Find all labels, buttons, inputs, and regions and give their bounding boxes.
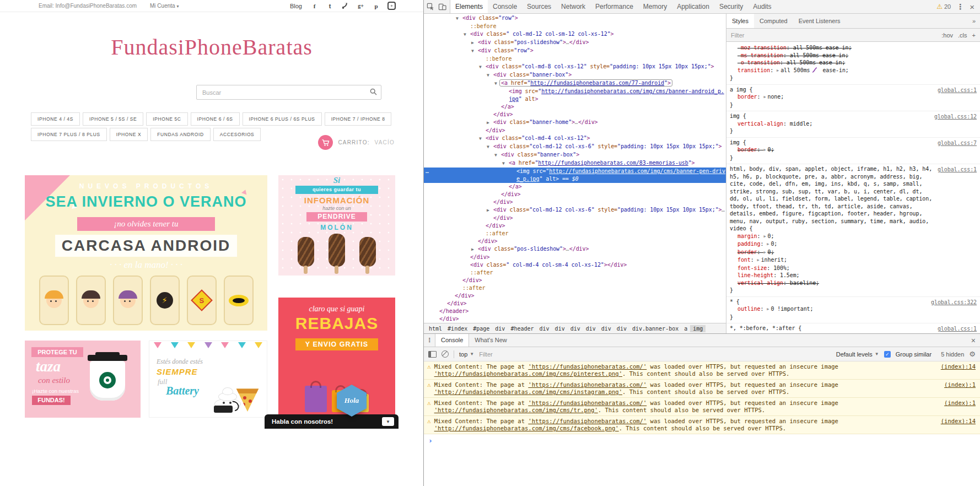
styles-tab-computed[interactable]: Computed	[754, 14, 793, 28]
css-file-link[interactable]: global.css:322	[931, 299, 977, 306]
css-property[interactable]: -o-transition: all 500ms ease-in;	[730, 59, 977, 67]
bezier-swatch-icon[interactable]	[812, 67, 817, 73]
css-file-link[interactable]: global.css:1	[938, 87, 977, 94]
console-sidebar-icon[interactable]	[428, 351, 437, 358]
nav-item-iphone-4-4s[interactable]: IPHONE 4 / 4S	[31, 112, 80, 126]
console-link[interactable]: 'https://fundasiphonebaratas.com/'	[528, 381, 647, 388]
dom-node[interactable]: </a>	[424, 183, 726, 191]
twitter-icon[interactable]	[326, 2, 334, 10]
search-input[interactable]	[196, 85, 381, 100]
dom-node[interactable]: ▼<a href="http://fundasiphonebaratas.com…	[424, 159, 726, 168]
dom-node[interactable]: ▼<div class="col-md-4 col-xs-12">	[424, 134, 726, 143]
breadcrumb-item[interactable]: #index	[445, 325, 470, 332]
dom-node[interactable]: </div>	[424, 111, 726, 118]
expanded-arrow-icon[interactable]: ▼	[502, 160, 509, 168]
expand-shorthand-icon[interactable]: ▶	[777, 67, 779, 75]
css-property[interactable]: -moz-transition: all 500ms ease-in;	[730, 44, 977, 52]
console-link[interactable]: 'https://fundasiphonebaratas.com/'	[528, 363, 647, 370]
css-selector[interactable]: *, *:before, *:after	[730, 325, 795, 331]
breadcrumb-item[interactable]: div.banner-box	[629, 325, 681, 332]
expand-shorthand-icon[interactable]: ▶	[763, 249, 766, 257]
breadcrumb-item[interactable]: div	[568, 325, 583, 332]
breadcrumb-item[interactable]: div	[614, 325, 629, 332]
dom-node[interactable]: ▼<div class="row">	[424, 14, 726, 23]
warnings-badge[interactable]: ⚠20	[936, 3, 951, 10]
collapsed-arrow-icon[interactable]: ▶	[471, 246, 478, 253]
collapsed-arrow-icon[interactable]: ▶	[487, 119, 493, 127]
console-source-link[interactable]: (index):14	[941, 363, 976, 370]
dom-node[interactable]: </div>	[424, 292, 726, 300]
toggle-class-button[interactable]: .cls	[958, 32, 967, 39]
dom-node[interactable]: ▼<div class=" col-md-12 col-sm-12 col-xs…	[424, 30, 726, 39]
css-selector[interactable]: img	[730, 139, 740, 145]
nav-item-iphone-6-6s[interactable]: IPHONE 6 / 6S	[191, 112, 240, 126]
dom-node[interactable]: ::after	[424, 284, 726, 292]
dom-attr-link[interactable]: http://fundasiphonebaratas.com/img/cms/b…	[509, 88, 724, 102]
console-menu-icon[interactable]: ⋮	[424, 334, 435, 347]
css-selector[interactable]: a img	[730, 87, 746, 93]
inspect-element-icon[interactable]	[427, 3, 435, 11]
expanded-arrow-icon[interactable]: ▼	[479, 63, 486, 71]
breadcrumb-item[interactable]: div	[552, 325, 568, 332]
nav-item-iphone-6-plus-6s-plus[interactable]: IPHONE 6 PLUS / 6S PLUS	[243, 112, 322, 126]
dom-node[interactable]: </div>	[424, 277, 726, 284]
pinterest-icon[interactable]	[372, 2, 380, 10]
dom-node[interactable]: <img src="http://fundasiphonebaratas.com…	[424, 168, 726, 183]
blog-link[interactable]: Blog	[290, 3, 302, 9]
toggle-hover-state-button[interactable]: :hov	[941, 32, 953, 39]
dom-node[interactable]: ▶<div class="pos-slideshow">…</div>	[424, 39, 726, 47]
dom-node[interactable]: </div>	[424, 315, 726, 323]
nav-item-iphone-x[interactable]: IPHONE X	[110, 128, 148, 141]
dom-node[interactable]: ::before	[424, 55, 726, 63]
dom-attr-link[interactable]: http://fundasiphonebaratas.com/83-memori…	[538, 160, 688, 166]
console-tab-what-s-new[interactable]: What's New	[469, 334, 512, 347]
expanded-arrow-icon[interactable]: ▼	[471, 47, 478, 55]
console-context-select[interactable]: top▼	[459, 351, 474, 358]
new-style-rule-button[interactable]: +	[972, 32, 976, 39]
site-logo[interactable]: FundasiPhoneBaratas	[0, 34, 423, 60]
rss-icon[interactable]	[341, 2, 349, 10]
css-property[interactable]: padding: ▶0;	[730, 240, 977, 249]
clear-console-icon[interactable]	[441, 350, 449, 358]
google-plus-icon[interactable]	[357, 2, 365, 10]
expanded-arrow-icon[interactable]: ▼	[494, 152, 501, 159]
dom-node[interactable]: <div class=" col-md-4 col-sm-4 col-xs-12…	[424, 261, 726, 269]
dom-node[interactable]: </div>	[424, 127, 726, 134]
css-selector[interactable]: html, body, div, span, applet, object, i…	[730, 166, 932, 231]
breadcrumb-item[interactable]: div	[492, 325, 508, 332]
css-property[interactable]: border: ▶none;	[730, 93, 977, 101]
tab-memory[interactable]: Memory	[638, 0, 672, 13]
breadcrumb-item[interactable]: a	[681, 325, 690, 332]
tab-performance[interactable]: Performance	[590, 0, 638, 13]
nav-item-iphone-7-plus-8-plus[interactable]: IPHONE 7 PLUS / 8 PLUS	[31, 128, 107, 141]
styles-tab-styles[interactable]: Styles	[726, 14, 754, 28]
dom-node[interactable]: ▼<div class="col-md-8 col-xs-12" style="…	[424, 63, 726, 71]
account-menu[interactable]: Mi Cuenta▾	[150, 3, 179, 9]
expand-shorthand-icon[interactable]: ▶	[763, 233, 766, 241]
dom-node[interactable]: ▼<a href="http://fundasiphonebaratas.com…	[424, 79, 726, 88]
tab-audits[interactable]: Audits	[748, 0, 776, 13]
cart-icon[interactable]	[318, 135, 333, 150]
breadcrumb-item[interactable]: div	[537, 325, 552, 332]
css-property[interactable]: line-height: 1.5em;	[730, 272, 977, 279]
dom-node[interactable]: </div>	[424, 222, 726, 230]
tab-console[interactable]: Console	[488, 0, 522, 13]
tab-sources[interactable]: Sources	[522, 0, 556, 13]
devtools-menu-icon[interactable]: ⋮	[956, 2, 964, 11]
more-tabs-icon[interactable]: »	[968, 14, 980, 28]
breadcrumb-item[interactable]: div	[583, 325, 599, 332]
nav-item-accesorios[interactable]: ACCESORIOS	[213, 128, 261, 141]
expanded-arrow-icon[interactable]: ▼	[456, 15, 462, 23]
dom-node[interactable]: </div>	[424, 253, 726, 261]
console-link[interactable]: 'http://fundasiphonebaratas.com/img/cms/…	[434, 370, 622, 377]
dom-node[interactable]: </header>	[424, 307, 726, 315]
dom-node[interactable]: ▼<div class="col-md-12 col-xs-6" style="…	[424, 143, 726, 151]
group-similar-checkbox[interactable]: ✓	[884, 351, 891, 358]
nav-item-iphone-5c[interactable]: IPHONE 5C	[146, 112, 187, 126]
css-property[interactable]: -ms-transition: all 500ms ease-in;	[730, 52, 977, 60]
console-filter-input[interactable]: Filter	[479, 351, 831, 358]
css-file-link[interactable]: global.css:12	[934, 113, 977, 121]
dom-node[interactable]: <img src="http://fundasiphonebaratas.com…	[424, 88, 726, 103]
dom-node[interactable]: ::after	[424, 269, 726, 277]
search-icon[interactable]	[370, 88, 377, 95]
